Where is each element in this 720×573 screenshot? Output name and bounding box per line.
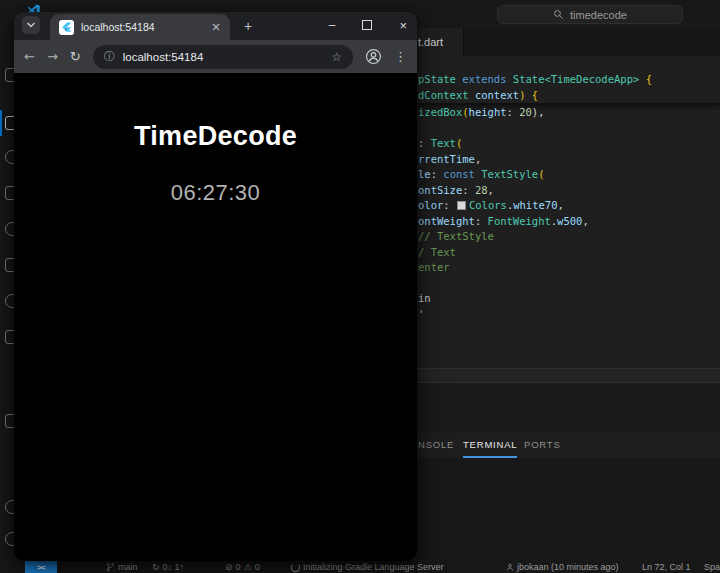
clock-display: 06:27:30	[14, 180, 417, 206]
screen: timedecode t.dart pState extends State<T…	[0, 0, 720, 573]
tab-close-icon[interactable]: ×	[211, 20, 221, 34]
activity-icon-fragment[interactable]	[5, 532, 14, 546]
browser-viewport: TimeDecode 06:27:30	[14, 73, 417, 561]
command-center-search[interactable]: timedecode	[497, 5, 683, 24]
loading-spinner-icon	[291, 563, 300, 572]
tab-search-button[interactable]	[22, 16, 40, 34]
warning-icon: ⚠	[244, 562, 252, 572]
forward-button[interactable]: →	[47, 49, 58, 64]
activity-icon-fragment[interactable]	[5, 222, 14, 236]
sticky-code-line: dContext context) {	[418, 88, 538, 104]
browser-window-controls: – ×	[329, 12, 407, 38]
profile-avatar-icon[interactable]	[365, 48, 382, 65]
activity-icon-fragment[interactable]	[5, 414, 14, 428]
code-line: : Text(	[418, 136, 462, 152]
cursor-position-status[interactable]: Ln 72, Col 1	[642, 561, 691, 573]
browser-tab[interactable]: localhost:54184 ×	[50, 14, 230, 40]
activity-bar[interactable]	[0, 28, 14, 561]
activity-icon-fragment[interactable]	[5, 116, 14, 130]
code-line: enter	[418, 260, 450, 276]
command-center-query: timedecode	[570, 9, 627, 21]
problems-status[interactable]: ⊘ 0 ⚠ 0	[225, 561, 260, 573]
sticky-code-line: pState extends State<TimeDecodeApp> {	[418, 72, 652, 88]
activity-icon-fragment[interactable]	[5, 68, 14, 82]
sync-counts: 0↓ 1↑	[163, 562, 185, 572]
panel-tab-ports[interactable]: PORTS	[524, 433, 561, 456]
git-branch-icon	[106, 562, 115, 572]
code-line: olor: Colors.white70,	[418, 198, 564, 214]
chevron-down-icon	[26, 21, 36, 29]
warning-count: 0	[255, 562, 260, 572]
code-line: '	[418, 307, 424, 323]
site-info-icon[interactable]: ⓘ	[104, 49, 115, 64]
close-button[interactable]: ×	[399, 18, 407, 33]
gradle-progress-status[interactable]: Initializing Gradle Language Server	[291, 561, 444, 573]
code-line: ontSize: 28,	[418, 183, 494, 199]
browser-menu-icon[interactable]: ⋮	[394, 49, 407, 64]
activity-icon-fragment[interactable]	[5, 150, 14, 164]
activity-icon-fragment[interactable]	[5, 258, 14, 272]
activity-icon-fragment[interactable]	[5, 186, 14, 200]
panel-tab-nsole[interactable]: NSOLE	[418, 433, 454, 456]
sync-status[interactable]: ↻ 0↓ 1↑	[152, 561, 184, 573]
code-line: // TextStyle	[418, 229, 494, 245]
activity-icon-fragment[interactable]	[5, 294, 14, 308]
address-bar[interactable]: ⓘ localhost:54184 ☆	[93, 45, 353, 69]
browser-window: localhost:54184 × + – × ← → ↻ ⓘ localhos…	[14, 12, 417, 561]
search-icon	[553, 9, 564, 20]
browser-toolbar: ← → ↻ ⓘ localhost:54184 ☆ ⋮	[14, 40, 417, 73]
person-icon	[506, 563, 514, 572]
url-text[interactable]: localhost:54184	[123, 51, 324, 63]
spaces-status[interactable]: Spa	[704, 561, 720, 573]
code-line: ontWeight: FontWeight.w500,	[418, 214, 589, 230]
progress-message: Initializing Gradle Language Server	[303, 562, 444, 572]
minimize-button[interactable]: –	[329, 18, 336, 32]
activity-icon-fragment[interactable]	[5, 500, 14, 514]
code-line: in	[418, 291, 431, 307]
branch-status[interactable]: main	[106, 561, 138, 573]
editor-tab-label: t.dart	[418, 36, 443, 48]
status-bar: >< main ↻ 0↓ 1↑ ⊘ 0 ⚠ 0 Initializing Gra…	[0, 561, 720, 573]
activity-bar-active-indicator	[0, 110, 2, 136]
back-button[interactable]: ←	[24, 49, 35, 64]
app-title: TimeDecode	[14, 121, 417, 152]
git-blame-status[interactable]: jbokaan (10 minutes ago)	[506, 561, 619, 573]
bookmark-star-icon[interactable]: ☆	[331, 50, 342, 64]
remote-indicator[interactable]: ><	[25, 561, 57, 573]
error-icon: ⊘	[225, 562, 233, 572]
maximize-button[interactable]	[362, 20, 372, 30]
code-line: rrentTime,	[418, 152, 481, 168]
color-swatch	[457, 201, 466, 210]
code-line: izedBox(height: 20),	[418, 105, 545, 121]
flutter-logo-icon	[61, 22, 72, 33]
flutter-favicon	[59, 20, 74, 35]
panel-tab-terminal[interactable]: TERMINAL	[463, 433, 517, 458]
new-tab-button[interactable]: +	[240, 18, 256, 34]
browser-tab-title: localhost:54184	[81, 21, 204, 33]
sync-icon: ↻	[152, 562, 160, 572]
code-line: le: const TextStyle(	[418, 167, 544, 183]
blame-author: jbokaan (10 minutes ago)	[517, 562, 619, 572]
code-line: / Text	[418, 245, 456, 261]
reload-button[interactable]: ↻	[70, 49, 81, 64]
error-count: 0	[236, 562, 241, 572]
activity-icon-fragment[interactable]	[5, 330, 14, 344]
branch-name: main	[118, 562, 138, 572]
